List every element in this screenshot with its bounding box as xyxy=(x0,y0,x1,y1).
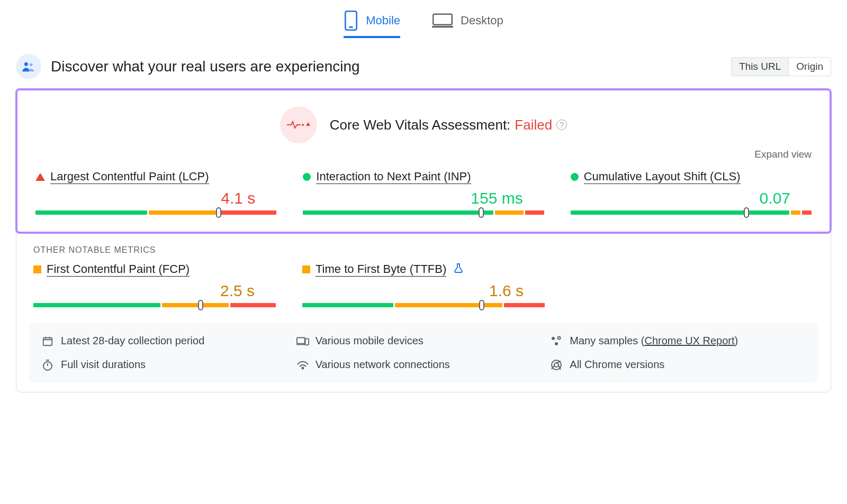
experimental-flask-icon[interactable] xyxy=(454,263,463,276)
metric-inp-value: 155 ms xyxy=(303,189,544,207)
svg-point-6 xyxy=(302,124,304,126)
metric-fcp-value: 2.5 s xyxy=(33,282,276,300)
info-devices: Various mobile devices xyxy=(296,335,551,347)
core-metrics-grid: Largest Contentful Paint (LCP) 4.1 s Int… xyxy=(30,170,817,216)
metric-lcp-bar xyxy=(35,210,276,216)
tab-mobile[interactable]: Mobile xyxy=(344,11,400,38)
metric-lcp: Largest Contentful Paint (LCP) 4.1 s xyxy=(35,170,276,216)
metric-fcp-thumb xyxy=(198,300,203,310)
svg-point-13 xyxy=(555,342,558,345)
svg-point-15 xyxy=(302,367,303,369)
metric-inp-thumb xyxy=(479,207,484,218)
svg-rect-8 xyxy=(43,337,52,345)
metric-fcp-bar xyxy=(33,303,276,308)
metric-ttfb-bar xyxy=(302,303,545,308)
metric-lcp-thumb xyxy=(216,207,221,218)
metric-cls-value: 0.07 xyxy=(571,189,812,207)
devices-icon xyxy=(296,336,309,346)
svg-rect-3 xyxy=(432,26,453,28)
tab-desktop[interactable]: Desktop xyxy=(432,11,503,38)
svg-rect-2 xyxy=(433,14,452,25)
stopwatch-icon xyxy=(42,359,55,371)
metric-cls: Cumulative Layout Shift (CLS) 0.07 xyxy=(571,170,812,216)
svg-point-17 xyxy=(554,363,558,367)
mobile-icon xyxy=(344,11,358,31)
field-data-card: Core Web Vitals Assessment: Failed ? Exp… xyxy=(16,89,831,392)
tab-desktop-label: Desktop xyxy=(461,14,503,28)
other-metrics-grid: First Contentful Paint (FCP) 2.5 s Time … xyxy=(16,262,831,319)
metric-inp-bar xyxy=(303,210,544,216)
info-durations: Full visit durations xyxy=(42,359,296,371)
svg-rect-10 xyxy=(305,338,308,345)
scope-toggle: This URL Origin xyxy=(731,57,831,76)
network-icon xyxy=(296,360,309,370)
device-tabs: Mobile Desktop xyxy=(16,11,831,38)
svg-point-4 xyxy=(24,62,28,66)
scatter-icon xyxy=(551,335,563,347)
metric-ttfb-thumb xyxy=(479,300,484,310)
assessment-status: Failed xyxy=(515,117,552,133)
metric-lcp-name[interactable]: Largest Contentful Paint (LCP) xyxy=(50,170,209,184)
metric-cls-name[interactable]: Cumulative Layout Shift (CLS) xyxy=(584,170,741,184)
scope-origin[interactable]: Origin xyxy=(788,57,831,76)
info-samples: Many samples (Chrome UX Report) xyxy=(551,335,805,347)
metric-fcp-name[interactable]: First Contentful Paint (FCP) xyxy=(47,262,190,277)
info-network: Various network connections xyxy=(296,359,551,371)
svg-point-11 xyxy=(552,337,555,340)
good-dot-icon xyxy=(303,173,311,181)
vitals-pulse-icon xyxy=(280,106,317,143)
chrome-ux-report-link[interactable]: Chrome UX Report xyxy=(644,335,734,346)
tab-mobile-label: Mobile xyxy=(366,14,400,28)
metric-inp-name[interactable]: Interaction to Next Paint (INP) xyxy=(316,170,471,184)
other-metrics-heading: OTHER NOTABLE METRICS xyxy=(16,233,831,262)
average-square-icon xyxy=(302,265,310,273)
assessment-row: Core Web Vitals Assessment: Failed ? xyxy=(30,106,817,143)
section-header: Discover what your real users are experi… xyxy=(16,54,831,79)
average-square-icon xyxy=(33,265,41,273)
calendar-icon xyxy=(42,335,55,347)
metric-cls-bar xyxy=(571,210,812,216)
core-web-vitals-box: Core Web Vitals Assessment: Failed ? Exp… xyxy=(15,88,832,234)
metric-cls-thumb xyxy=(744,207,749,218)
assessment-help-icon[interactable]: ? xyxy=(556,120,567,130)
page-title: Discover what your real users are experi… xyxy=(51,58,360,75)
metric-ttfb-name[interactable]: Time to First Byte (TTFB) xyxy=(316,262,446,277)
poor-triangle-icon xyxy=(35,173,45,181)
svg-marker-7 xyxy=(306,122,310,126)
chrome-icon xyxy=(551,359,563,371)
collection-info-footer: Latest 28-day collection period Various … xyxy=(29,323,818,382)
info-period: Latest 28-day collection period xyxy=(42,335,296,347)
svg-rect-1 xyxy=(349,26,353,28)
assessment-label: Core Web Vitals Assessment: xyxy=(330,117,511,133)
metric-ttfb-value: 1.6 s xyxy=(302,282,545,300)
metric-fcp: First Contentful Paint (FCP) 2.5 s xyxy=(33,262,276,308)
desktop-icon xyxy=(432,13,453,29)
svg-rect-9 xyxy=(297,337,305,343)
metric-inp: Interaction to Next Paint (INP) 155 ms xyxy=(303,170,544,216)
metric-ttfb: Time to First Byte (TTFB) 1.6 s xyxy=(302,262,545,308)
expand-view-link[interactable]: Expand view xyxy=(30,149,812,160)
svg-point-5 xyxy=(30,63,33,67)
good-dot-icon xyxy=(571,173,579,181)
info-versions: All Chrome versions xyxy=(551,359,805,371)
users-icon xyxy=(16,54,41,79)
scope-this-url[interactable]: This URL xyxy=(731,57,788,76)
metric-lcp-value: 4.1 s xyxy=(35,189,276,207)
svg-point-12 xyxy=(558,336,561,339)
